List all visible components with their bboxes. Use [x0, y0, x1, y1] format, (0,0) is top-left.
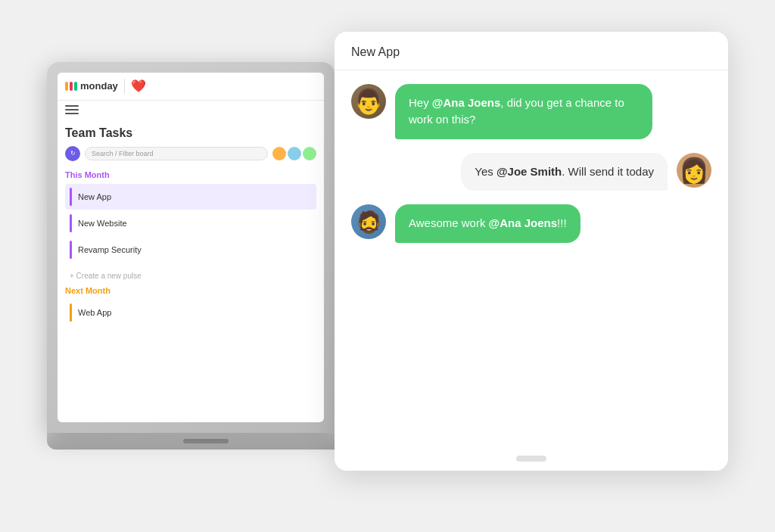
board-title: Team Tasks: [65, 126, 316, 140]
search-bar[interactable]: Search / Filter board: [85, 147, 268, 160]
chat-panel: New App Hey @Ana Joens, did you get a ch…: [335, 32, 728, 471]
msg2-text-pre: Yes: [475, 165, 496, 178]
laptop-base: [47, 433, 365, 450]
avatar-woman1: [677, 153, 711, 188]
avatar-1: [272, 147, 286, 160]
logo-bars: [65, 82, 77, 91]
logo-bar-green: [74, 82, 77, 91]
msg1-mention: @Ana Joens: [432, 96, 500, 109]
section-next-month-label: Next Month: [65, 286, 316, 295]
heart-icon: ❤️: [131, 79, 146, 93]
msg2-text-post: . Will send it today: [562, 165, 654, 178]
pulse-name-1: New App: [78, 192, 111, 201]
scroll-indicator: [516, 456, 546, 462]
pulse-web-app[interactable]: Web App: [65, 300, 316, 325]
section-this-month-label: This Month: [65, 170, 316, 179]
pulse-indicator-2: [70, 214, 72, 232]
chat-footer: [335, 446, 728, 471]
msg-bubble-1: Hey @Ana Joens, did you get a chance to …: [395, 84, 652, 139]
hamburger-line-1: [65, 105, 79, 107]
pulse-name-2: New Website: [78, 219, 127, 228]
pulse-name-3: Revamp Security: [78, 245, 142, 254]
pulse-revamp-security[interactable]: Revamp Security: [65, 237, 316, 263]
avatar-3: [303, 147, 316, 160]
avatar-man2: [351, 204, 386, 239]
msg2-mention: @Joe Smith: [496, 165, 562, 178]
pulse-new-website[interactable]: New Website: [65, 210, 316, 236]
hamburger-line-3: [65, 113, 79, 114]
monday-content: Team Tasks ↻ Search / Filter board Thi: [58, 119, 324, 422]
logo-bar-orange: [65, 82, 68, 91]
msg1-text-pre: Hey: [409, 96, 432, 109]
message-row-2: Yes @Joe Smith. Will send it today: [351, 153, 711, 191]
create-pulse-button[interactable]: + Create a new pulse: [65, 269, 316, 283]
msg3-text-post: !!!: [557, 216, 567, 229]
msg3-mention: @Ana Joens: [489, 216, 557, 229]
laptop-container: monday ❤️ Team Tasks ↻: [47, 62, 365, 471]
monday-header: monday ❤️: [58, 73, 324, 101]
msg-bubble-2: Yes @Joe Smith. Will send it today: [461, 153, 668, 191]
monday-app: monday ❤️ Team Tasks ↻: [58, 73, 324, 422]
chat-header: New App: [335, 32, 728, 70]
hamburger-menu[interactable]: [58, 101, 324, 119]
chat-messages: Hey @Ana Joens, did you get a chance to …: [335, 70, 728, 446]
main-scene: monday ❤️ Team Tasks ↻: [47, 32, 728, 501]
laptop-screen: monday ❤️ Team Tasks ↻: [58, 73, 324, 422]
pulse-indicator-1: [70, 188, 72, 206]
msg3-text-pre: Awesome work: [409, 216, 489, 229]
pulse-name-4: Web App: [78, 308, 111, 317]
board-toolbar: ↻ Search / Filter board: [65, 146, 316, 161]
message-row-3: Awesome work @Ana Joens!!!: [351, 204, 711, 243]
avatar-group: [272, 147, 316, 160]
laptop-body: monday ❤️ Team Tasks ↻: [47, 62, 335, 433]
avatar-2: [288, 147, 301, 160]
pulse-indicator-3: [70, 241, 72, 259]
laptop-hinge: [183, 439, 229, 443]
msg-bubble-3: Awesome work @Ana Joens!!!: [395, 204, 580, 243]
logo-bar-red: [70, 82, 73, 91]
message-row-1: Hey @Ana Joens, did you get a chance to …: [351, 84, 711, 139]
hamburger-line-2: [65, 109, 79, 110]
pulse-indicator-4: [70, 303, 72, 322]
chat-title: New App: [351, 45, 400, 58]
pulse-new-app[interactable]: New App: [65, 184, 316, 210]
avatar-man1: [351, 84, 386, 119]
logo-text: monday: [80, 80, 118, 92]
this-month-pulse-list: New App New Website Revamp Security: [65, 184, 316, 263]
next-month-pulse-list: Web App: [65, 300, 316, 325]
header-divider: [124, 79, 125, 94]
monday-logo: monday: [65, 80, 118, 92]
refresh-icon[interactable]: ↻: [65, 146, 80, 161]
